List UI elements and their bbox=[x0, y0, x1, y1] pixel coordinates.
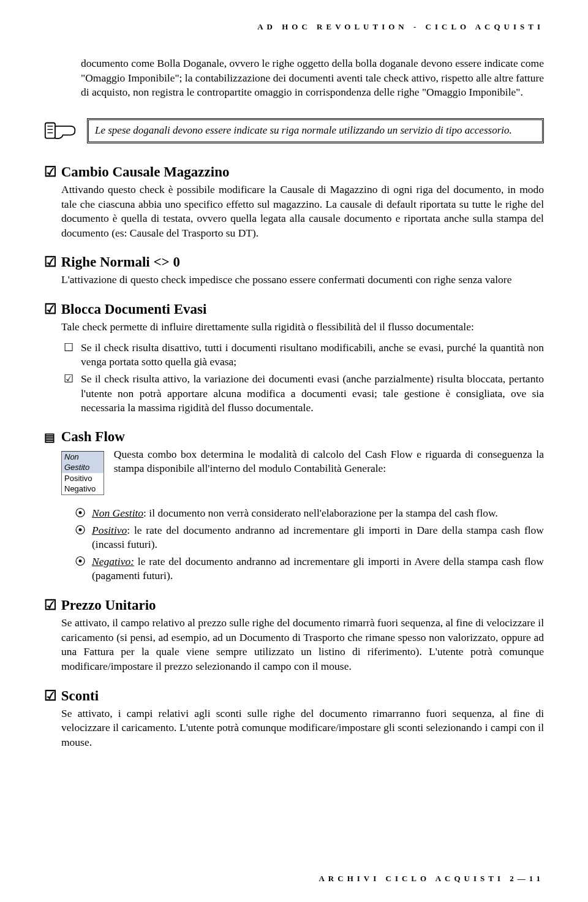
section-sconti-heading: ☑ Sconti bbox=[44, 688, 544, 704]
cashflow-combo-option-negativo[interactable]: Negativo bbox=[62, 483, 104, 495]
section-prezzo-body: Se attivato, il campo relativo al prezzo… bbox=[61, 616, 544, 674]
section-cashflow-heading: ▤ Cash Flow bbox=[44, 429, 544, 445]
section-sconti-body: Se attivato, i campi relativi agli scont… bbox=[61, 707, 544, 750]
cashflow-item-positivo: ⦿Positivo: le rate del documento andrann… bbox=[75, 523, 544, 552]
section-blocca-heading: ☑ Blocca Documenti Evasi bbox=[44, 301, 544, 317]
cashflow-combo-option-positivo[interactable]: Positivo bbox=[62, 473, 104, 484]
section-prezzo-heading: ☑ Prezzo Unitario bbox=[44, 597, 544, 613]
running-footer: ARCHIVI CICLO ACQUISTI 2—11 bbox=[318, 874, 544, 884]
section-sconti-title: Sconti bbox=[61, 688, 99, 703]
checkbox-checked-icon: ☑ bbox=[64, 372, 75, 415]
section-cambio-title: Cambio Causale Magazzino bbox=[61, 164, 230, 180]
section-cambio-body: Attivando questo check è possibile modif… bbox=[61, 183, 544, 241]
intro-paragraph: documento come Bolla Doganale, ovvero le… bbox=[81, 56, 544, 100]
cashflow-combo-option-non-gestito[interactable]: Non Gestito bbox=[62, 452, 104, 473]
bullet-dot-icon: ⦿ bbox=[75, 523, 86, 552]
section-righe-title: Righe Normali <> 0 bbox=[61, 254, 180, 270]
blocca-item-off-text: Se il check risulta disattivo, tutti i d… bbox=[81, 341, 544, 370]
section-righe-body: L'attivazione di questo check impedisce … bbox=[61, 273, 544, 287]
cashflow-description: Questa combo box determina le modalità d… bbox=[114, 447, 544, 476]
blocca-item-on: ☑Se il check risulta attivo, la variazio… bbox=[64, 372, 544, 415]
cashflow-label-negativo: Negativo: bbox=[92, 555, 134, 567]
svg-rect-0 bbox=[45, 123, 55, 138]
section-blocca-intro: Tale check permette di influire direttam… bbox=[61, 320, 544, 335]
blocca-item-off: ☐Se il check risulta disattivo, tutti i … bbox=[64, 341, 544, 370]
running-header: AD HOC REVOLUTION - CICLO ACQUISTI bbox=[44, 22, 544, 32]
bullet-dot-icon: ⦿ bbox=[75, 555, 86, 583]
section-prezzo-title: Prezzo Unitario bbox=[61, 597, 156, 613]
section-cashflow-title: Cash Flow bbox=[61, 429, 125, 444]
blocca-item-on-text: Se il check risulta attivo, la variazion… bbox=[81, 372, 544, 415]
cashflow-label-non-gestito: Non Gestito bbox=[92, 507, 143, 519]
callout-text: Le spese doganali devono essere indicate… bbox=[95, 124, 536, 138]
pointing-hand-icon bbox=[44, 117, 77, 145]
section-cambio-causale-heading: ☑ Cambio Causale Magazzino bbox=[44, 164, 544, 180]
cashflow-combo[interactable]: Non Gestito Positivo Negativo bbox=[61, 451, 104, 495]
bullet-dot-icon: ⦿ bbox=[75, 506, 86, 521]
checkbox-empty-icon: ☐ bbox=[64, 341, 75, 370]
section-blocca-title: Blocca Documenti Evasi bbox=[61, 301, 207, 317]
cashflow-item-non-gestito: ⦿Non Gestito: il documento non verrà con… bbox=[75, 506, 544, 521]
cashflow-text-non-gestito: : il documento non verrà considerato nel… bbox=[143, 507, 498, 519]
note-callout: Le spese doganali devono essere indicate… bbox=[44, 117, 544, 145]
cashflow-text-positivo: : le rate del documento andranno ad incr… bbox=[92, 524, 544, 551]
cashflow-label-positivo: Positivo bbox=[92, 524, 127, 536]
cashflow-item-negativo: ⦿Negativo: le rate del documento andrann… bbox=[75, 555, 544, 583]
cashflow-text-negativo: le rate del documento andranno ad increm… bbox=[92, 555, 544, 582]
section-righe-heading: ☑ Righe Normali <> 0 bbox=[44, 254, 544, 270]
